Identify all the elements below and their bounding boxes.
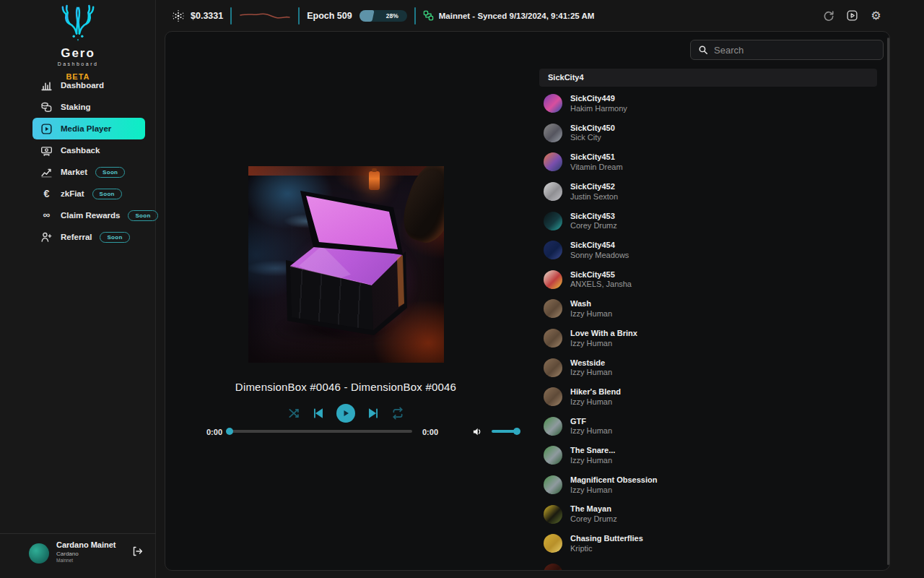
- divider: [414, 7, 416, 25]
- wallet-section[interactable]: Cardano Mainet Cardano Mainnet: [0, 533, 156, 578]
- list-item[interactable]: SickCity452Justin Sexton: [539, 177, 877, 207]
- list-item[interactable]: Magnificent ObsessionIzzy Human: [539, 470, 877, 500]
- divider: [298, 7, 300, 25]
- previous-track-button[interactable]: [312, 407, 325, 420]
- next-track-button[interactable]: [367, 407, 380, 420]
- track-title-label: SickCity450: [570, 124, 615, 133]
- list-item[interactable]: The Snare...Izzy Human: [539, 441, 877, 470]
- repeat-button[interactable]: [391, 407, 404, 420]
- sidebar-item-staking[interactable]: Staking: [32, 96, 145, 118]
- list-item[interactable]: SickCity450Sick City: [539, 118, 877, 148]
- shuffle-button[interactable]: [287, 407, 300, 420]
- playlist-header: SickCity4: [539, 69, 877, 87]
- brand-logo: Gero Dashboard BETA: [0, 4, 156, 81]
- track-title-label: SickCity452: [570, 182, 618, 191]
- track-avatar: [544, 299, 562, 318]
- track-title-label: Hiker's Blend: [570, 387, 621, 397]
- track-artist-label: Justin Sexton: [570, 192, 618, 202]
- wallet-name: Cardano Mainet: [56, 540, 116, 549]
- list-item[interactable]: WashIzzy Human: [539, 294, 877, 324]
- search-input[interactable]: [714, 45, 858, 56]
- art-lantern: [369, 171, 380, 190]
- sidebar-item-dashboard[interactable]: Dashboard: [32, 74, 145, 96]
- track-artist-label: Sonny Meadows: [570, 251, 629, 260]
- art-brick-strip: [248, 166, 444, 176]
- track-avatar: [544, 212, 562, 230]
- media-player-icon: [40, 123, 53, 135]
- sidebar-item-label: Cashback: [61, 146, 100, 155]
- divider: [230, 7, 232, 25]
- list-item[interactable]: WestsideIzzy Human: [539, 353, 877, 382]
- total-time: 0:00: [422, 428, 438, 436]
- track-title-label: Love With a Brinx: [570, 329, 637, 338]
- track-avatar: [544, 182, 562, 201]
- wallet-avatar: [29, 543, 49, 564]
- seek-slider[interactable]: [227, 430, 412, 433]
- referral-icon: [40, 231, 53, 243]
- main-panel: DimensionBox #0046 - DimensionBox #0046: [165, 31, 890, 571]
- track-artist-label: Izzy Human: [570, 397, 621, 407]
- refresh-icon[interactable]: [822, 9, 834, 22]
- track-artist-label: Corey Drumz: [570, 514, 617, 524]
- sidebar: Gero Dashboard BETA DashboardStakingMedi…: [0, 0, 156, 578]
- volume-slider[interactable]: [492, 430, 519, 433]
- player-controls: [165, 402, 526, 424]
- track-title-label: Westside: [570, 358, 612, 368]
- logout-icon[interactable]: [131, 545, 143, 557]
- play-button[interactable]: [336, 404, 355, 423]
- epoch-progress-bar: 28%: [359, 10, 407, 22]
- playlist: SickCity449Hakim HarmonySickCity450Sick …: [539, 89, 877, 570]
- sidebar-item-label: Market: [61, 168, 87, 176]
- claim-rewards-icon: ∞: [40, 210, 53, 222]
- sidebar-item-referral[interactable]: ReferralSoon: [32, 226, 145, 248]
- dashboard-icon: [40, 79, 53, 92]
- track-artist-label: Izzy Human: [570, 309, 612, 319]
- list-item[interactable]: SickCity455ANXELS, Jansha: [539, 265, 877, 295]
- topbar-status-strip: $0.3331 Epoch 509 28% Mainnet - Synced 9…: [172, 0, 594, 31]
- track-avatar: [544, 446, 562, 465]
- volume-thumb[interactable]: [513, 428, 520, 435]
- track-artist-label: Sick City: [570, 133, 615, 142]
- price-sparkline: [239, 7, 291, 25]
- track-avatar: [544, 329, 562, 348]
- track-artist-label: Izzy Human: [570, 486, 657, 495]
- list-item[interactable]: [539, 558, 877, 571]
- media-player-shortcut-icon[interactable]: [846, 9, 858, 22]
- playlist-scrollbar[interactable]: [887, 38, 889, 565]
- track-artist-label: ANXELS, Jansha: [570, 280, 632, 289]
- track-title: DimensionBox #0046 - DimensionBox #0046: [180, 381, 512, 393]
- seek-thumb[interactable]: [226, 428, 233, 435]
- network-status-text: Mainnet - Synced 9/13/2024, 9:41:25 AM: [439, 12, 595, 20]
- sidebar-item-zkfiat[interactable]: €zkFiatSoon: [32, 183, 145, 204]
- sidebar-nav: DashboardStakingMedia PlayerCashbackMark…: [0, 74, 155, 248]
- list-item[interactable]: GTFIzzy Human: [539, 412, 877, 441]
- list-item[interactable]: Love With a BrinxIzzy Human: [539, 324, 877, 353]
- track-title-label: SickCity455: [570, 270, 632, 280]
- list-item[interactable]: SickCity454Sonny Meadows: [539, 236, 877, 265]
- volume-icon[interactable]: [472, 426, 483, 437]
- svg-text:∞: ∞: [43, 210, 51, 220]
- sidebar-item-cashback[interactable]: Cashback: [32, 139, 145, 161]
- zkfiat-icon: €: [40, 188, 53, 200]
- cashback-icon: [40, 144, 53, 157]
- track-artist-label: Izzy Human: [570, 339, 637, 348]
- list-item[interactable]: SickCity453Corey Drumz: [539, 206, 877, 236]
- sidebar-item-media-player[interactable]: Media Player: [32, 118, 145, 139]
- list-item[interactable]: Chasing ButterfliesKriptic: [539, 529, 877, 558]
- album-art: [248, 166, 444, 363]
- list-item[interactable]: SickCity451Vitamin Dream: [539, 147, 877, 177]
- search-icon: [698, 45, 708, 55]
- track-avatar: [544, 124, 562, 142]
- track-artist-label: Kriptic: [570, 544, 643, 553]
- soon-badge: Soon: [95, 167, 125, 178]
- sidebar-item-market[interactable]: MarketSoon: [32, 161, 145, 183]
- elapsed-time: 0:00: [206, 428, 222, 436]
- sidebar-item-claim-rewards[interactable]: ∞Claim RewardsSoon: [32, 204, 145, 226]
- epoch-label: Epoch 509: [307, 11, 352, 21]
- list-item[interactable]: The MayanCorey Drumz: [539, 499, 877, 529]
- settings-gear-icon[interactable]: ⚙: [870, 9, 882, 22]
- list-item[interactable]: SickCity449Hakim Harmony: [539, 89, 877, 118]
- track-avatar: [544, 358, 562, 377]
- cardano-icon: [172, 9, 185, 22]
- list-item[interactable]: Hiker's BlendIzzy Human: [539, 382, 877, 412]
